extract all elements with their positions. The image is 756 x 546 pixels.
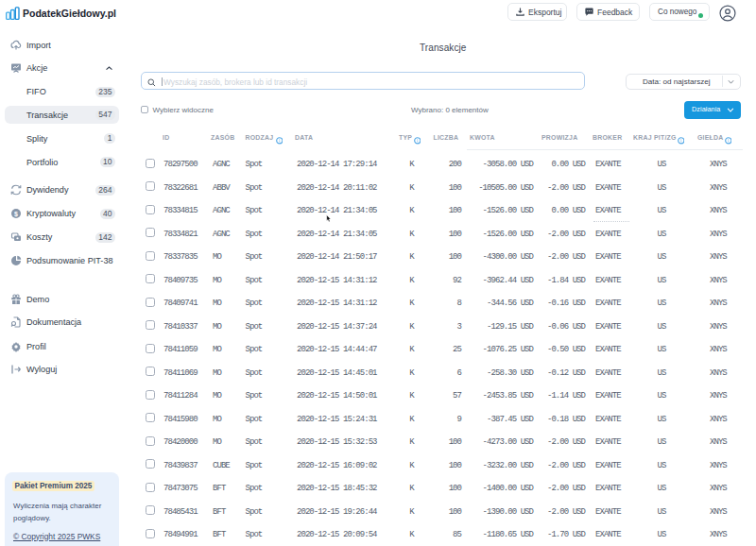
svg-text:$: $ [14, 211, 18, 218]
